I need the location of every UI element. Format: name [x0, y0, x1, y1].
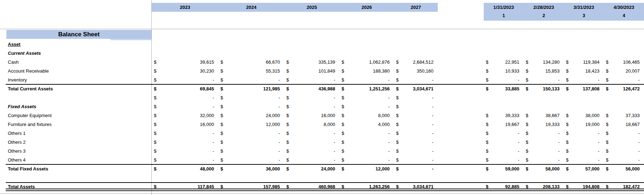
cell-total-assets-2023[interactable]: $117,845 [152, 182, 218, 191]
sheet-title-cell[interactable]: Balance Sheet [6, 30, 151, 39]
cell-others-4-m2[interactable]: $- [524, 156, 564, 164]
year-column-header[interactable]: 2024 [218, 3, 284, 12]
cell-others-3-2023[interactable]: $- [152, 147, 218, 156]
cell-others-4-2024[interactable]: $- [218, 156, 284, 164]
year-column-header[interactable]: 2025 [284, 3, 339, 12]
cell-total-assets-2024[interactable]: $157,985 [218, 182, 284, 191]
row-label-blank-2[interactable] [0, 173, 152, 182]
cell-blank-2-m3[interactable] [564, 173, 604, 182]
cell-computer-equipment-m4[interactable]: $37,333 [604, 111, 644, 120]
cell-total-current-assets-m3[interactable]: $137,808 [564, 84, 604, 93]
cell-computer-equipment-2024[interactable]: $24,000 [218, 111, 284, 120]
cell-account-receivable-2024[interactable]: $55,315 [218, 67, 284, 75]
cell-blank-1-2024[interactable]: $- [218, 93, 284, 102]
cell-asset-2026[interactable] [339, 40, 394, 49]
cell-blank-1-2026[interactable]: $- [339, 93, 394, 102]
cell-others-2-2023[interactable]: $- [152, 138, 218, 147]
cell-others-3-2027[interactable]: $- [394, 147, 438, 156]
cell-inventory-2023[interactable]: $- [152, 75, 218, 84]
cell-others-1-2027[interactable]: $- [394, 129, 438, 138]
cell-current-assets-2027[interactable] [394, 49, 438, 58]
cell-asset-2023[interactable] [152, 40, 218, 49]
cell-blank-1-2023[interactable]: $- [152, 93, 218, 102]
cell-account-receivable-2026[interactable]: $188,380 [339, 67, 394, 75]
cell-others-4-m4[interactable]: $- [604, 156, 644, 164]
cell-cash-2024[interactable]: $66,670 [218, 58, 284, 67]
cell-account-receivable-m1[interactable]: $10,933 [484, 67, 524, 75]
cell-total-fixed-assets-2025[interactable]: $24,000 [284, 164, 339, 173]
cell-cash-2027[interactable]: $2,684,512 [394, 58, 438, 67]
cell-current-assets-m3[interactable] [564, 49, 604, 58]
cell-inventory-m1[interactable]: $- [484, 75, 524, 84]
cell-account-receivable-m3[interactable]: $18,423 [564, 67, 604, 75]
cell-fixed-assets-2025[interactable]: $- [284, 102, 339, 111]
cell-inventory-2024[interactable]: $- [218, 75, 284, 84]
cell-fixed-assets-2026[interactable]: $- [339, 102, 394, 111]
cell-total-fixed-assets-2027[interactable]: $- [394, 164, 438, 173]
cell-total-assets-m1[interactable]: $92,885 [484, 182, 524, 191]
cell-total-current-assets-m1[interactable]: $33,885 [484, 84, 524, 93]
cell-others-3-m1[interactable]: $- [484, 147, 524, 156]
cell-current-assets-2025[interactable] [284, 49, 339, 58]
year-column-header[interactable]: 2026 [339, 3, 394, 12]
cell-asset-m3[interactable] [564, 40, 604, 49]
cell-others-1-2023[interactable]: $- [152, 129, 218, 138]
cell-inventory-m3[interactable]: $- [564, 75, 604, 84]
row-label-fixed-assets[interactable]: Fixed Assets [0, 102, 152, 111]
cell-others-4-2025[interactable]: $- [284, 156, 339, 164]
cell-total-fixed-assets-m3[interactable]: $57,000 [564, 164, 604, 173]
cell-others-1-m4[interactable]: $- [604, 129, 644, 138]
cell-cash-2026[interactable]: $1,062,876 [339, 58, 394, 67]
row-label-current-assets[interactable]: Current Assets [0, 49, 152, 58]
cell-current-assets-2024[interactable] [218, 49, 284, 58]
cell-furniture-and-fixtures-2023[interactable]: $16,000 [152, 120, 218, 129]
cell-fixed-assets-2027[interactable]: $- [394, 102, 438, 111]
year-column-header[interactable]: 2023 [152, 3, 218, 12]
cell-others-1-2025[interactable]: $- [284, 129, 339, 138]
cell-cash-m3[interactable]: $119,384 [564, 58, 604, 67]
cell-total-current-assets-m4[interactable]: $126,472 [604, 84, 644, 93]
cell-others-3-2026[interactable]: $- [339, 147, 394, 156]
cell-total-assets-2025[interactable]: $460,988 [284, 182, 339, 191]
cell-inventory-2025[interactable]: $- [284, 75, 339, 84]
cell-blank-1-2025[interactable]: $- [284, 93, 339, 102]
cell-blank-2-2023[interactable] [152, 173, 218, 182]
month-column-header[interactable]: 2/28/20232 [524, 3, 564, 21]
row-label-total-fixed-assets[interactable]: Total Fixed Assets [0, 164, 152, 173]
row-label-cash[interactable]: Cash [0, 58, 152, 67]
cell-fixed-assets-m1[interactable] [484, 102, 524, 111]
cell-total-assets-2027[interactable]: $3,034,671 [394, 182, 438, 191]
cell-others-3-2025[interactable]: $- [284, 147, 339, 156]
cell-total-assets-m3[interactable]: $194,808 [564, 182, 604, 191]
cell-others-2-m1[interactable]: $- [484, 138, 524, 147]
cell-others-4-2026[interactable]: $- [339, 156, 394, 164]
row-label-others-4[interactable]: Others 4 [0, 156, 152, 164]
row-label-furniture-and-fixtures[interactable]: Furniture and fixtures [0, 120, 152, 129]
row-label-others-3[interactable]: Others 3 [0, 147, 152, 156]
cell-account-receivable-2027[interactable]: $350,160 [394, 67, 438, 75]
cell-total-fixed-assets-m1[interactable]: $59,000 [484, 164, 524, 173]
cell-inventory-2026[interactable]: $- [339, 75, 394, 84]
cell-asset-2025[interactable] [284, 40, 339, 49]
cell-computer-equipment-2026[interactable]: $8,000 [339, 111, 394, 120]
cell-others-4-2023[interactable]: $- [152, 156, 218, 164]
cell-others-2-m4[interactable]: $- [604, 138, 644, 147]
cell-blank-1-m3[interactable] [564, 93, 604, 102]
cell-others-1-m3[interactable]: $- [564, 129, 604, 138]
cell-blank-2-2026[interactable] [339, 173, 394, 182]
cell-blank-2-m4[interactable] [604, 173, 644, 182]
cell-others-1-m2[interactable]: $- [524, 129, 564, 138]
row-label-blank-1[interactable] [0, 93, 152, 102]
cell-total-current-assets-2026[interactable]: $1,251,256 [339, 84, 394, 93]
cell-asset-m4[interactable] [604, 40, 644, 49]
cell-cash-m4[interactable]: $106,465 [604, 58, 644, 67]
cell-others-3-2024[interactable]: $- [218, 147, 284, 156]
cell-current-assets-m2[interactable] [524, 49, 564, 58]
cell-blank-2-m2[interactable] [524, 173, 564, 182]
row-label-total-current-assets[interactable]: Total Current Assets [0, 84, 152, 93]
cell-others-2-2026[interactable]: $- [339, 138, 394, 147]
cell-furniture-and-fixtures-m1[interactable]: $19,667 [484, 120, 524, 129]
cell-cash-m1[interactable]: $22,951 [484, 58, 524, 67]
cell-total-current-assets-m2[interactable]: $150,133 [524, 84, 564, 93]
cell-asset-2024[interactable] [218, 40, 284, 49]
